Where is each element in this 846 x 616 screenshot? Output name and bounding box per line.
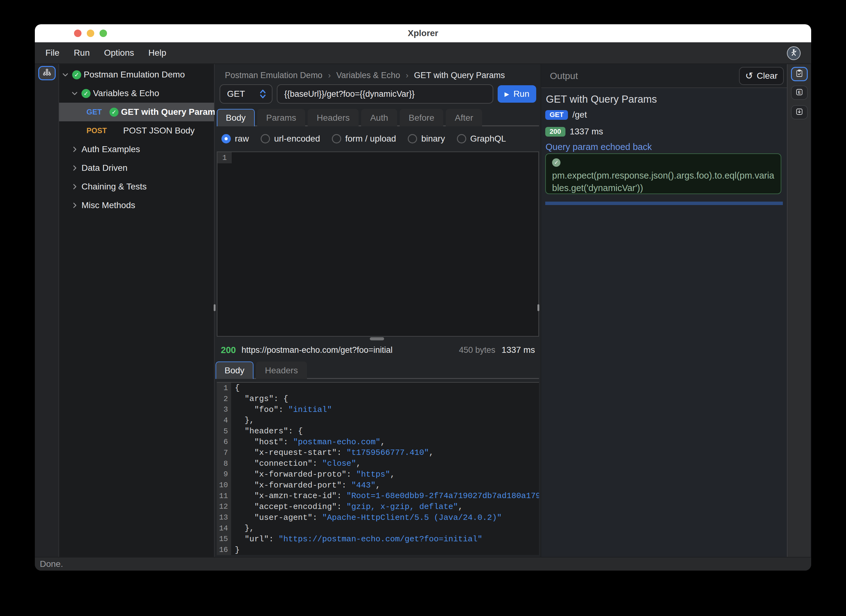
user-avatar[interactable] bbox=[787, 46, 800, 60]
code-text: "connection": "close", bbox=[231, 458, 361, 469]
response-size: 450 bytes bbox=[459, 345, 495, 355]
tree-item-misc-methods[interactable]: Misc Methods bbox=[59, 196, 214, 215]
line-number: 14 bbox=[217, 523, 231, 534]
chevron-right-icon[interactable] bbox=[70, 201, 79, 210]
output-result-title: GET with Query Params bbox=[546, 93, 657, 105]
method-select-value: GET bbox=[227, 89, 245, 99]
radio-icon[interactable] bbox=[408, 134, 417, 143]
body-mode-url-encoded[interactable]: url-encoded bbox=[261, 134, 320, 144]
code-text: "x-amzn-trace-id": "Root=1-68e0dbb9-2f74… bbox=[231, 491, 539, 501]
collections-tree-button[interactable] bbox=[38, 66, 56, 80]
tree-item-chaining-tests[interactable]: Chaining & Tests bbox=[59, 177, 214, 196]
body-mode-raw[interactable]: raw bbox=[222, 134, 249, 144]
line-number: 7 bbox=[217, 447, 231, 458]
tree-item-label: Chaining & Tests bbox=[81, 182, 147, 192]
code-line: 13 "user-agent": "Apache-HttpClient/5.5 … bbox=[217, 512, 539, 523]
request-tab-before[interactable]: Before bbox=[400, 109, 444, 126]
radio-icon[interactable] bbox=[332, 134, 341, 143]
chevron-down-icon[interactable] bbox=[70, 89, 79, 98]
clear-output-button[interactable]: ↺ Clear bbox=[739, 67, 784, 85]
response-tab-body[interactable]: Body bbox=[216, 362, 254, 379]
app-window: Xplorer FileRunOptionsHelp bbox=[35, 24, 811, 570]
tree-item-get-with-query-params[interactable]: GET✓GET with Query Params bbox=[59, 103, 214, 121]
pass-check-icon: ✓ bbox=[110, 108, 119, 117]
test-name-link[interactable]: Query param echoed back bbox=[546, 142, 652, 152]
code-line: 5 "headers": { bbox=[217, 426, 539, 437]
response-tab-headers[interactable]: Headers bbox=[256, 362, 307, 379]
chevron-right-icon[interactable] bbox=[70, 164, 79, 172]
tests-panel-button[interactable] bbox=[791, 67, 808, 81]
right-tool-strip: E bbox=[787, 64, 811, 557]
tree-item-data-driven[interactable]: Data Driven bbox=[59, 159, 214, 177]
tree-item-auth-examples[interactable]: Auth Examples bbox=[59, 140, 214, 159]
request-tab-params[interactable]: Params bbox=[257, 109, 305, 126]
select-stepper-icon bbox=[259, 89, 267, 99]
line-number: 6 bbox=[217, 437, 231, 447]
chevron-right-icon[interactable] bbox=[70, 145, 79, 154]
response-url: https://postman-echo.com/get?foo=initial bbox=[241, 345, 392, 355]
code-text: "x-forwarded-proto": "https", bbox=[231, 469, 395, 480]
close-window-button[interactable] bbox=[74, 29, 81, 37]
breadcrumb-item[interactable]: Variables & Echo bbox=[336, 71, 400, 80]
radio-icon[interactable] bbox=[222, 134, 231, 143]
right-splitter-grip[interactable] bbox=[538, 304, 539, 311]
method-badge: GET bbox=[545, 110, 568, 120]
title-bar: Xplorer bbox=[35, 24, 811, 42]
download-panel-button[interactable] bbox=[791, 105, 808, 119]
code-line: 10 "x-forwarded-port": "443", bbox=[217, 480, 539, 491]
request-tab-auth[interactable]: Auth bbox=[361, 109, 397, 126]
request-body-editor[interactable]: 1 bbox=[217, 151, 539, 337]
line-number: 5 bbox=[217, 426, 231, 437]
response-status-code: 200 bbox=[221, 345, 236, 355]
request-tabs: BodyParamsHeadersAuthBeforeAfter bbox=[217, 109, 539, 126]
breadcrumb-separator: › bbox=[405, 71, 408, 80]
code-line: 6 "host": "postman-echo.com", bbox=[217, 437, 539, 447]
menu-file[interactable]: File bbox=[46, 48, 59, 58]
body-mode-graphql[interactable]: GraphQL bbox=[457, 134, 506, 144]
run-button[interactable]: ▶ Run bbox=[498, 85, 536, 103]
output-progress-divider bbox=[545, 201, 783, 205]
tree-item-postman-emulation-demo[interactable]: ✓Postman Emulation Demo bbox=[59, 65, 214, 84]
method-select[interactable]: GET bbox=[220, 84, 272, 104]
clear-button-label: Clear bbox=[757, 71, 778, 81]
body-mode-binary[interactable]: binary bbox=[408, 134, 445, 144]
request-tab-after[interactable]: After bbox=[446, 109, 482, 126]
body-mode-options: rawurl-encodedform / uploadbinaryGraphQL bbox=[222, 131, 506, 147]
chevron-right-icon[interactable] bbox=[70, 182, 79, 191]
output-panel: Output ↺ Clear GET with Query Params GET… bbox=[541, 64, 787, 557]
code-line: 1{ bbox=[217, 383, 539, 394]
breadcrumb-item[interactable]: Postman Emulation Demo bbox=[225, 71, 323, 80]
request-path: /get bbox=[572, 110, 587, 120]
chevron-down-icon[interactable] bbox=[61, 70, 70, 79]
environment-panel-button[interactable]: E bbox=[791, 85, 808, 100]
url-input[interactable] bbox=[277, 84, 493, 104]
menu-help[interactable]: Help bbox=[148, 48, 166, 58]
horizontal-splitter-grip[interactable] bbox=[370, 337, 384, 340]
code-line: 7 "x-request-start": "t1759566777.410", bbox=[217, 447, 539, 458]
zoom-window-button[interactable] bbox=[100, 29, 107, 37]
status-bar: Done. bbox=[35, 557, 811, 570]
menu-options[interactable]: Options bbox=[104, 48, 134, 58]
desktop-background: Xplorer FileRunOptionsHelp bbox=[0, 0, 846, 616]
pass-check-icon: ✓ bbox=[81, 89, 91, 98]
menu-run[interactable]: Run bbox=[74, 48, 90, 58]
radio-icon[interactable] bbox=[261, 134, 270, 143]
code-line: 16} bbox=[217, 544, 539, 555]
play-icon: ▶ bbox=[504, 91, 509, 98]
body-mode-label: form / upload bbox=[345, 134, 396, 144]
body-mode-form-upload[interactable]: form / upload bbox=[332, 134, 396, 144]
code-text: "args": { bbox=[231, 394, 288, 404]
org-tree-icon bbox=[42, 68, 51, 78]
tree-item-variables-echo[interactable]: ✓Variables & Echo bbox=[59, 84, 214, 103]
radio-icon[interactable] bbox=[457, 134, 466, 143]
request-tab-body[interactable]: Body bbox=[217, 109, 255, 126]
download-icon bbox=[795, 108, 803, 117]
request-tab-headers[interactable]: Headers bbox=[308, 109, 358, 126]
tree-item-post-json-body[interactable]: POSTPOST JSON Body bbox=[59, 121, 214, 140]
minimize-window-button[interactable] bbox=[87, 29, 94, 37]
breadcrumb: Postman Emulation Demo›Variables & Echo›… bbox=[225, 69, 505, 81]
breadcrumb-item[interactable]: GET with Query Params bbox=[414, 71, 505, 80]
code-text: "headers": { bbox=[231, 426, 303, 437]
pass-check-icon: ✓ bbox=[552, 158, 561, 167]
left-splitter-grip[interactable] bbox=[214, 304, 216, 311]
